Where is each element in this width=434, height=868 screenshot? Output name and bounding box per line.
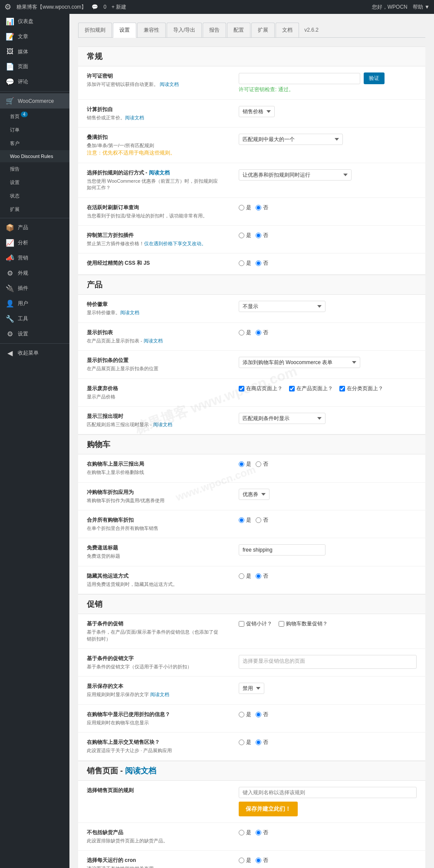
sidebar-item-tools[interactable]: 🔧 工具 bbox=[0, 311, 69, 326]
sidebar-item-woo-discount-rules[interactable]: Woo Discount Rules bbox=[0, 150, 69, 162]
checkbox-promo-subtotal-label[interactable]: 促销小计？ bbox=[239, 620, 272, 628]
checkbox-product-page[interactable] bbox=[289, 386, 295, 391]
radio-yes-oos[interactable] bbox=[239, 830, 244, 835]
radio-yes-mc[interactable] bbox=[239, 517, 244, 523]
link-calc-docs[interactable]: 阅读文档 bbox=[125, 115, 144, 120]
save-create-button[interactable]: 保存并建立此们！ bbox=[239, 802, 298, 816]
tab-docs[interactable]: 文档 bbox=[276, 23, 299, 37]
sidebar-item-admin-settings[interactable]: ⚙ 设置 bbox=[0, 326, 69, 342]
radio-no-dt-label[interactable]: 否 bbox=[256, 329, 268, 336]
radio-yes-label[interactable]: 是 bbox=[239, 204, 251, 211]
sidebar-item-home[interactable]: 首页 4 bbox=[0, 108, 69, 123]
radio-no-dic[interactable] bbox=[256, 712, 261, 717]
tiered-when-select[interactable]: 匹配规则条件时显示 bbox=[239, 413, 326, 424]
checkbox-promo-qty[interactable] bbox=[279, 621, 284, 627]
radio-yes-dic[interactable] bbox=[239, 712, 244, 717]
stacking-select[interactable]: 匹配规则中最大的一个 bbox=[239, 134, 343, 145]
new-content-button[interactable]: + 新建 bbox=[112, 3, 126, 11]
promo-text-input[interactable]: 选择要显示促销信息的页面 bbox=[239, 655, 417, 669]
link-coupon-docs[interactable]: 阅读文档 bbox=[149, 170, 170, 176]
radio-no-suppress-label[interactable]: 否 bbox=[256, 232, 268, 239]
radio-yes-suppress[interactable] bbox=[239, 233, 244, 238]
verify-button[interactable]: 验证 bbox=[364, 72, 385, 84]
radio-no-mc[interactable] bbox=[256, 517, 261, 523]
link-sale-page-docs[interactable]: 阅读文档 bbox=[125, 766, 156, 775]
tab-discount-rules[interactable]: 折扣规则 bbox=[78, 23, 112, 37]
radio-no-dic-label[interactable]: 否 bbox=[256, 711, 268, 718]
tab-reports[interactable]: 报告 bbox=[203, 23, 226, 37]
site-name[interactable]: 糖果博客【www.wpocn.com】 bbox=[16, 3, 86, 11]
checkbox-promo-qty-label[interactable]: 购物车数量促销？ bbox=[279, 620, 328, 628]
link-saved-docs[interactable]: 阅读文档 bbox=[150, 692, 169, 697]
radio-no-cs[interactable] bbox=[256, 461, 261, 467]
checkbox-product-page-label[interactable]: 在产品页面上？ bbox=[289, 385, 333, 392]
link-suppress[interactable]: 仅在遇到价格下享交叉改动。 bbox=[144, 241, 206, 246]
radio-no-suppress[interactable] bbox=[256, 233, 261, 238]
radio-yes-suppress-label[interactable]: 是 bbox=[239, 232, 251, 239]
cart-discount-apply-select[interactable]: 优惠券 bbox=[239, 489, 270, 500]
sidebar-item-reports[interactable]: 报告 bbox=[0, 162, 69, 176]
sidebar-item-marketing[interactable]: 📣 营销 bbox=[0, 250, 69, 266]
sale-badge-select[interactable]: 不显示 bbox=[239, 301, 326, 312]
tab-compatibility[interactable]: 兼容性 bbox=[137, 23, 166, 37]
help-button[interactable]: 帮助 ▼ bbox=[413, 3, 430, 11]
radio-no-oos-label[interactable]: 否 bbox=[256, 829, 268, 836]
checkbox-category-page[interactable] bbox=[339, 386, 345, 391]
radio-no-oos[interactable] bbox=[256, 830, 261, 835]
radio-yes-dt[interactable] bbox=[239, 330, 244, 335]
tab-import-export[interactable]: 导入/导出 bbox=[167, 23, 202, 37]
radio-no-cs-label[interactable]: 否 bbox=[256, 460, 268, 468]
discount-bar-pos-select[interactable]: 添加到购物车前的 Woocommerce 表单 bbox=[239, 357, 360, 368]
radio-no-label[interactable]: 否 bbox=[256, 204, 268, 211]
checkbox-promo-subtotal[interactable] bbox=[239, 621, 244, 627]
radio-no-mc-label[interactable]: 否 bbox=[256, 516, 268, 524]
sidebar-item-comments[interactable]: 💬 评论 bbox=[0, 74, 69, 89]
checkbox-category-page-label[interactable]: 在分类页面上？ bbox=[339, 385, 383, 392]
tab-extensions[interactable]: 扩展 bbox=[251, 23, 275, 37]
sidebar-item-posts[interactable]: 📝 文章 bbox=[0, 29, 69, 44]
radio-yes-cron-label[interactable]: 是 bbox=[239, 857, 251, 864]
sidebar-item-users[interactable]: 👤 用户 bbox=[0, 296, 69, 311]
radio-yes-minified-label[interactable]: 是 bbox=[239, 260, 251, 267]
radio-no-crs[interactable] bbox=[256, 740, 261, 745]
link-discount-table-docs[interactable]: 阅读文档 bbox=[144, 338, 163, 343]
radio-yes-hs[interactable] bbox=[239, 573, 244, 579]
sidebar-item-extensions[interactable]: 扩展 bbox=[0, 203, 69, 216]
coupon-behavior-select[interactable]: 让优惠券和折扣规则同时运行 bbox=[239, 169, 352, 181]
radio-yes-dic-label[interactable]: 是 bbox=[239, 711, 251, 718]
tab-settings[interactable]: 设置 bbox=[113, 23, 136, 38]
sidebar-item-orders[interactable]: 订单 bbox=[0, 123, 69, 137]
radio-yes-minified[interactable] bbox=[239, 260, 244, 266]
radio-yes[interactable] bbox=[239, 205, 244, 210]
sidebar-item-media[interactable]: 🖼 媒体 bbox=[0, 44, 69, 59]
calc-discount-select[interactable]: 销售价格 正常价格 bbox=[239, 106, 275, 117]
radio-yes-oos-label[interactable]: 是 bbox=[239, 829, 251, 836]
sidebar-item-customers[interactable]: 客户 bbox=[0, 137, 69, 150]
sidebar-item-settings[interactable]: 设置 bbox=[0, 176, 69, 189]
sidebar-item-plugins[interactable]: 🔌 插件 bbox=[0, 281, 69, 296]
sidebar-item-collapse[interactable]: ◀ 收起菜单 bbox=[0, 345, 69, 361]
sidebar-item-products[interactable]: 📦 产品 bbox=[0, 220, 69, 235]
radio-yes-dt-label[interactable]: 是 bbox=[239, 329, 251, 336]
radio-yes-cs[interactable] bbox=[239, 461, 244, 467]
radio-yes-cs-label[interactable]: 是 bbox=[239, 460, 251, 468]
sidebar-item-pages[interactable]: 📄 页面 bbox=[0, 59, 69, 74]
radio-yes-mc-label[interactable]: 是 bbox=[239, 516, 251, 524]
checkbox-shop-page[interactable] bbox=[239, 386, 244, 391]
radio-no-dt[interactable] bbox=[256, 330, 261, 335]
sale-page-rule-input[interactable] bbox=[239, 787, 417, 798]
radio-yes-crs[interactable] bbox=[239, 740, 244, 745]
checkbox-shop-page-label[interactable]: 在商店页面上？ bbox=[239, 385, 283, 392]
radio-no-cron-label[interactable]: 否 bbox=[256, 857, 268, 864]
free-shipping-input[interactable] bbox=[239, 544, 326, 556]
link-license-docs[interactable]: 阅读文档 bbox=[160, 82, 179, 87]
radio-no-cron[interactable] bbox=[256, 858, 261, 863]
radio-yes-hs-label[interactable]: 是 bbox=[239, 572, 251, 580]
sidebar-item-analytics[interactable]: 📈 分析 bbox=[0, 235, 69, 250]
radio-no-hs[interactable] bbox=[256, 573, 261, 579]
radio-yes-cron[interactable] bbox=[239, 858, 244, 863]
sidebar-item-dashboard[interactable]: 📊 仪表盘 bbox=[0, 14, 69, 29]
radio-no-minified[interactable] bbox=[256, 260, 261, 266]
radio-no[interactable] bbox=[256, 205, 261, 210]
sidebar-item-appearance[interactable]: ⚙ 外规 bbox=[0, 266, 69, 281]
